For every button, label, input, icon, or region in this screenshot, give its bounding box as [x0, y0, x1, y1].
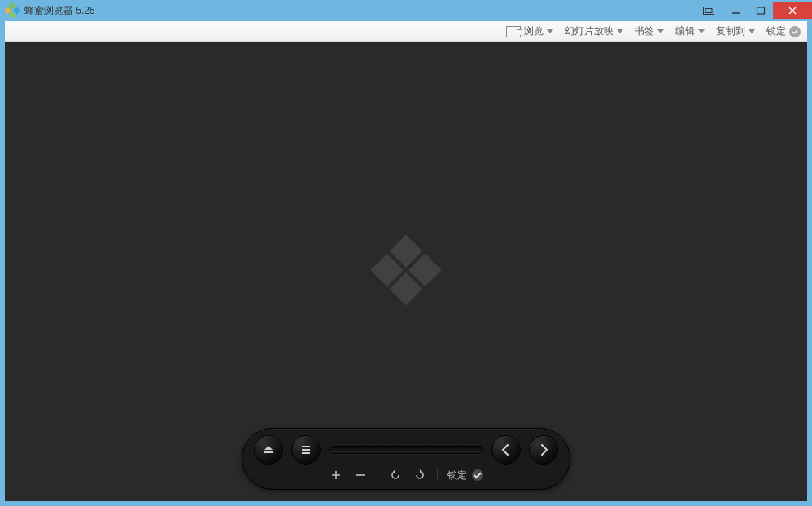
dock-lock-toggle[interactable]: 锁定	[447, 469, 483, 482]
chevron-down-icon	[657, 29, 664, 33]
minimize-button[interactable]	[724, 2, 749, 19]
check-circle-icon	[472, 469, 483, 481]
bookmark-dropdown[interactable]: 书签	[635, 24, 664, 38]
app-window: 蜂蜜浏览器 5.25 浏览 幻灯片放	[0, 0, 812, 506]
dock-lock-label: 锁定	[447, 469, 467, 482]
slideshow-label: 幻灯片放映	[565, 24, 613, 38]
bottom-dock: 锁定	[5, 428, 807, 490]
edit-label: 编辑	[675, 24, 695, 38]
edit-dropdown[interactable]: 编辑	[675, 24, 705, 38]
browse-dropdown[interactable]: 浏览	[506, 24, 553, 38]
dock-panel: 锁定	[242, 428, 570, 490]
svg-rect-3	[9, 11, 16, 18]
chevron-down-icon	[698, 29, 705, 33]
svg-rect-1	[13, 7, 20, 15]
svg-rect-4	[704, 7, 714, 15]
previous-button[interactable]	[491, 435, 521, 465]
svg-rect-14	[302, 452, 310, 454]
browse-label: 浏览	[524, 24, 544, 38]
svg-rect-12	[302, 446, 310, 447]
top-toolbar: 浏览 幻灯片放映 书签 编辑 复制到 锁定	[5, 21, 807, 42]
check-circle-icon	[789, 26, 801, 37]
zoom-out-button[interactable]	[353, 468, 368, 482]
menu-button[interactable]	[291, 435, 321, 465]
chevron-down-icon	[547, 29, 553, 33]
maximize-button[interactable]	[749, 2, 773, 19]
bookmark-label: 书签	[635, 24, 654, 38]
window-title: 蜂蜜浏览器 5.25	[24, 4, 696, 18]
separator	[437, 469, 438, 481]
copyto-label: 复制到	[716, 24, 745, 38]
rotate-left-button[interactable]	[388, 468, 403, 482]
placeholder-logo-icon	[361, 225, 451, 318]
rotate-right-button[interactable]	[413, 468, 427, 482]
close-button[interactable]	[773, 2, 812, 19]
svg-rect-6	[757, 7, 765, 14]
window-controls	[696, 0, 812, 21]
chevron-down-icon	[617, 29, 623, 33]
fullscreen-toggle-icon[interactable]	[696, 2, 721, 19]
svg-rect-11	[264, 451, 273, 453]
svg-rect-2	[5, 7, 11, 15]
lock-label: 锁定	[766, 24, 786, 38]
chevron-down-icon	[749, 29, 755, 33]
progress-slider[interactable]	[329, 446, 483, 454]
zoom-in-button[interactable]	[329, 468, 343, 482]
svg-rect-13	[302, 449, 310, 451]
app-icon	[5, 3, 20, 18]
browse-icon	[506, 26, 521, 37]
svg-rect-5	[705, 9, 712, 13]
title-bar: 蜂蜜浏览器 5.25	[0, 0, 812, 21]
copyto-dropdown[interactable]: 复制到	[716, 24, 755, 38]
next-button[interactable]	[529, 435, 558, 465]
lock-toggle[interactable]: 锁定	[766, 24, 801, 38]
eject-button[interactable]	[254, 435, 283, 465]
content-frame: 浏览 幻灯片放映 书签 编辑 复制到 锁定	[5, 21, 807, 501]
image-viewer: 锁定	[5, 42, 807, 501]
separator	[378, 469, 378, 481]
svg-rect-0	[9, 3, 16, 10]
slideshow-dropdown[interactable]: 幻灯片放映	[565, 24, 623, 38]
